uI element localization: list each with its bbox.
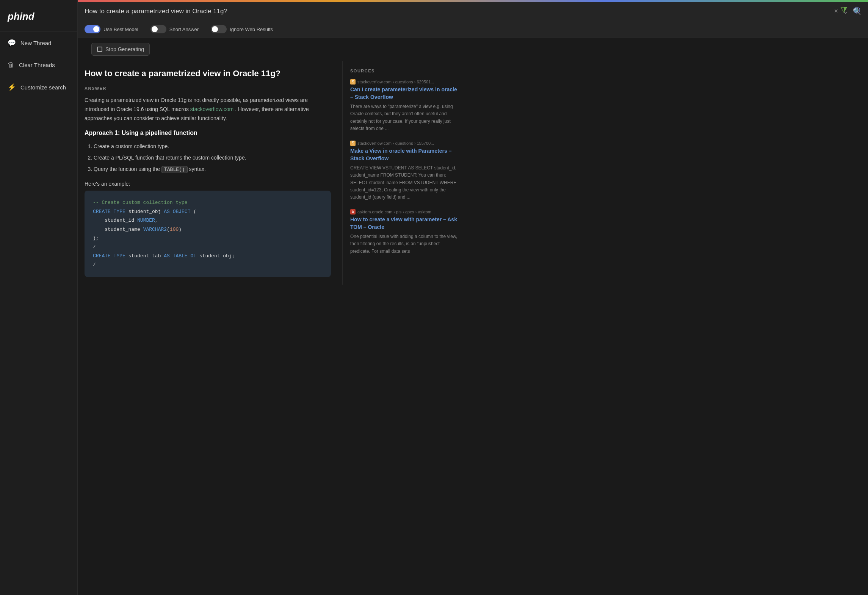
source-url-1: stackoverflow.com › questions › 629501..… — [357, 80, 434, 84]
source-favicon-2: S — [350, 141, 356, 146]
ignore-web-toggle[interactable] — [211, 25, 227, 33]
code-block: -- Create custom collection type CREATE … — [85, 191, 331, 277]
source-item-2: S stackoverflow.com › questions › 155700… — [350, 141, 460, 201]
main-content: ⧩ ⬡ How to create a parametrized view in… — [78, 0, 868, 595]
stop-generating-button[interactable]: Stop Generating — [91, 43, 150, 56]
clear-threads-icon: 🗑 — [8, 61, 14, 69]
stop-area: Stop Generating — [78, 38, 868, 61]
toggle-ignore-web: Ignore Web Results — [211, 25, 273, 33]
new-thread-icon: 💬 — [8, 39, 16, 47]
content-area: How to create a parametrized view in Ora… — [78, 61, 868, 285]
approach-title: Approach 1: Using a pipelined function — [85, 130, 331, 136]
ignore-web-label: Ignore Web Results — [230, 27, 273, 32]
customize-label: Customize search — [20, 84, 66, 91]
sources-label: SOURCES — [350, 69, 460, 73]
logo: phind — [0, 6, 77, 31]
table-keyword: TABLE() — [161, 166, 188, 173]
source-favicon-1: S — [350, 79, 356, 85]
toggles-row: Use Best Model Short Answer Ignore Web R… — [78, 21, 868, 38]
stop-label: Stop Generating — [105, 46, 144, 52]
source-snippet-2: CREATE VIEW VSTUDENT AS SELECT student_i… — [350, 164, 460, 201]
search-area: How to create a parametrized view in Ora… — [78, 0, 868, 38]
main-question: How to create a parametrized view in Ora… — [85, 69, 331, 78]
new-thread-button[interactable]: 💬 New Thread — [0, 31, 77, 54]
stackoverflow-link[interactable]: stackoverflow.com — [190, 106, 233, 112]
toggle-knob — [93, 26, 99, 32]
source-url-3: asktom.oracle.com › pls › apex › asktom.… — [357, 210, 435, 214]
source-title-1[interactable]: Can I create parameterized views in orac… — [350, 86, 460, 101]
source-snippet-1: There are ways to "parameterize" a view … — [350, 103, 460, 132]
code-line-1: -- Create custom collection type — [93, 200, 188, 205]
customize-search-button[interactable]: ⚡ Customize search — [0, 76, 77, 98]
step-2: Create a PL/SQL function that returns th… — [94, 152, 331, 163]
discord-icon[interactable]: ⬡ — [853, 5, 860, 15]
filter-icon[interactable]: ⧩ — [840, 5, 847, 15]
steps-list: Create a custom collection type. Create … — [85, 141, 331, 175]
source-favicon-3: A — [350, 209, 356, 215]
top-icons: ⧩ ⬡ — [840, 5, 860, 15]
toggle-short-answer: Short Answer — [150, 25, 199, 33]
source-meta-1: S stackoverflow.com › questions › 629501… — [350, 79, 460, 85]
clear-search-icon[interactable]: × — [834, 7, 838, 16]
source-title-3[interactable]: How to create a view with parameter – As… — [350, 216, 460, 231]
short-answer-toggle[interactable] — [150, 25, 166, 33]
clear-threads-button[interactable]: 🗑 Clear Threads — [0, 54, 77, 76]
source-title-2[interactable]: Make a View in oracle with Parameters – … — [350, 147, 460, 162]
source-item-1: S stackoverflow.com › questions › 629501… — [350, 79, 460, 132]
source-snippet-3: One potential issue with adding a column… — [350, 233, 460, 255]
toggle-knob-3 — [212, 26, 218, 32]
source-item-3: A asktom.oracle.com › pls › apex › askto… — [350, 209, 460, 255]
step-3: Query the function using the TABLE() syn… — [94, 164, 331, 175]
customize-icon: ⚡ — [8, 83, 16, 91]
toggle-knob-2 — [152, 26, 158, 32]
sidebar: phind 💬 New Thread 🗑 Clear Threads ⚡ Cus… — [0, 0, 78, 595]
sources-section: SOURCES S stackoverflow.com › questions … — [342, 61, 460, 285]
stop-icon — [97, 47, 102, 52]
source-meta-3: A asktom.oracle.com › pls › apex › askto… — [350, 209, 460, 215]
step-1: Create a custom collection type. — [94, 141, 331, 152]
example-label: Here's an example: — [85, 181, 331, 187]
answer-label: ANSWER — [85, 86, 331, 91]
answer-intro: Creating a parametrized view in Oracle 1… — [85, 96, 331, 123]
code-closing: ); — [93, 235, 99, 241]
toggle-best-model: Use Best Model — [85, 25, 138, 33]
clear-threads-label: Clear Threads — [19, 62, 55, 68]
short-answer-label: Short Answer — [169, 27, 199, 32]
best-model-label: Use Best Model — [103, 27, 138, 32]
new-thread-label: New Thread — [20, 40, 51, 46]
search-input[interactable]: How to create a parametrized view in Ora… — [85, 8, 830, 15]
search-box: How to create a parametrized view in Ora… — [78, 2, 868, 21]
source-meta-2: S stackoverflow.com › questions › 155700… — [350, 141, 460, 146]
answer-section: How to create a parametrized view in Ora… — [85, 61, 342, 285]
best-model-toggle[interactable] — [85, 25, 100, 33]
source-url-2: stackoverflow.com › questions › 155700..… — [357, 141, 434, 146]
code-create-1: CREATE TYPE — [93, 209, 128, 215]
